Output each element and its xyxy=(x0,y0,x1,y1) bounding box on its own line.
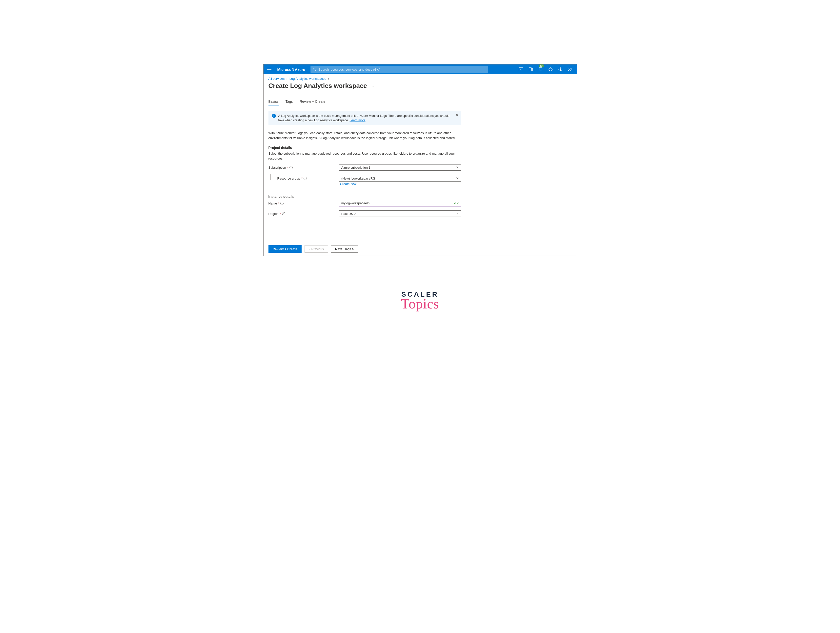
tab-tags[interactable]: Tags xyxy=(286,99,293,106)
svg-line-4 xyxy=(315,70,316,71)
subscription-dropdown[interactable]: Azure subscription 1 xyxy=(339,164,461,170)
region-value: East US 2 xyxy=(341,212,356,216)
top-bar: Microsoft Azure 20+ xyxy=(264,65,577,74)
info-hint-icon[interactable]: i xyxy=(280,202,284,205)
breadcrumb-sep: › xyxy=(328,77,329,81)
watermark-line2: Topics xyxy=(263,296,577,312)
wizard-footer: Review + Create « Previous Next : Tags > xyxy=(264,242,577,256)
directory-filter-icon[interactable] xyxy=(526,65,535,74)
wizard-tabs: Basics Tags Review + Create xyxy=(264,90,577,106)
resource-group-label: Resource group* i xyxy=(268,177,339,180)
required-indicator: * xyxy=(278,202,279,205)
page-title: Create Log Analytics workspace xyxy=(268,82,367,90)
feedback-icon[interactable] xyxy=(566,65,575,74)
project-details-header: Project details xyxy=(268,146,461,150)
chevron-down-icon xyxy=(456,177,459,180)
required-indicator: * xyxy=(287,166,289,169)
name-value: mylogworkspaceelp xyxy=(341,201,369,205)
resource-group-dropdown[interactable]: (New) logworkspaceRG xyxy=(339,175,461,182)
brand-label: Microsoft Azure xyxy=(277,68,305,72)
subscription-label-text: Subscription xyxy=(268,166,286,169)
cloud-shell-icon[interactable] xyxy=(516,65,525,74)
svg-rect-7 xyxy=(529,68,532,71)
create-new-link[interactable]: Create new xyxy=(340,182,461,186)
breadcrumb-sep: › xyxy=(286,77,287,81)
info-icon: i xyxy=(272,114,276,118)
notification-badge: 20+ xyxy=(539,65,544,68)
name-label: Name* i xyxy=(268,202,339,205)
close-icon[interactable]: ✕ xyxy=(456,113,459,118)
tab-panel-basics: i A Log Analytics workspace is the basic… xyxy=(264,106,466,242)
instance-details-header: Instance details xyxy=(268,195,461,199)
topbar-actions: 20+ xyxy=(516,65,575,74)
info-hint-icon[interactable]: i xyxy=(282,212,285,215)
subscription-value: Azure subscription 1 xyxy=(341,166,371,169)
name-label-text: Name xyxy=(268,202,277,205)
info-hint-icon[interactable]: i xyxy=(303,177,307,180)
breadcrumb-log-analytics[interactable]: Log Analytics workspaces xyxy=(289,77,326,81)
chevron-down-icon xyxy=(456,166,459,169)
page-content: All services › Log Analytics workspaces … xyxy=(264,74,577,256)
resource-group-value: (New) logworkspaceRG xyxy=(341,177,375,180)
info-text: A Log Analytics workspace is the basic m… xyxy=(278,114,451,123)
review-create-button[interactable]: Review + Create xyxy=(268,245,302,253)
search-icon xyxy=(313,68,316,71)
global-search[interactable] xyxy=(311,66,488,73)
svg-rect-5 xyxy=(519,68,523,71)
required-indicator: * xyxy=(301,177,303,180)
region-dropdown[interactable]: East US 2 xyxy=(339,210,461,217)
notifications-icon[interactable]: 20+ xyxy=(536,65,545,74)
name-input[interactable]: mylogworkspaceelp xyxy=(339,200,461,207)
info-hint-icon[interactable]: i xyxy=(289,166,293,169)
project-details-desc: Select the subscription to manage deploy… xyxy=(268,151,461,161)
watermark: SCALER Topics xyxy=(263,290,577,312)
tab-review-create[interactable]: Review + Create xyxy=(300,99,325,106)
required-indicator: * xyxy=(280,212,281,216)
azure-portal-window: Microsoft Azure 20+ xyxy=(263,64,577,256)
info-banner: i A Log Analytics workspace is the basic… xyxy=(268,111,461,125)
learn-more-link[interactable]: Learn more xyxy=(350,118,366,122)
region-label-text: Region xyxy=(268,212,279,216)
svg-point-15 xyxy=(569,68,570,69)
chevron-down-icon xyxy=(456,212,459,216)
svg-point-12 xyxy=(550,69,551,70)
intro-paragraph: With Azure Monitor Logs you can easily s… xyxy=(268,131,461,140)
svg-point-14 xyxy=(560,70,561,71)
breadcrumb-all-services[interactable]: All services xyxy=(268,77,285,81)
tab-basics[interactable]: Basics xyxy=(268,99,279,106)
svg-rect-8 xyxy=(539,68,542,70)
tree-connector-icon xyxy=(270,174,276,180)
previous-button: « Previous xyxy=(305,245,328,253)
svg-point-3 xyxy=(313,68,315,70)
next-button[interactable]: Next : Tags > xyxy=(331,245,358,253)
help-icon[interactable] xyxy=(556,65,565,74)
more-actions-icon[interactable]: ··· xyxy=(371,83,374,89)
menu-icon[interactable] xyxy=(265,66,273,73)
settings-icon[interactable] xyxy=(546,65,555,74)
breadcrumb: All services › Log Analytics workspaces … xyxy=(264,74,577,82)
search-input[interactable] xyxy=(318,68,486,72)
subscription-label: Subscription* i xyxy=(268,166,339,169)
region-label: Region* i xyxy=(268,212,339,216)
resource-group-label-text: Resource group xyxy=(277,177,300,180)
validation-success-icon xyxy=(454,202,459,205)
